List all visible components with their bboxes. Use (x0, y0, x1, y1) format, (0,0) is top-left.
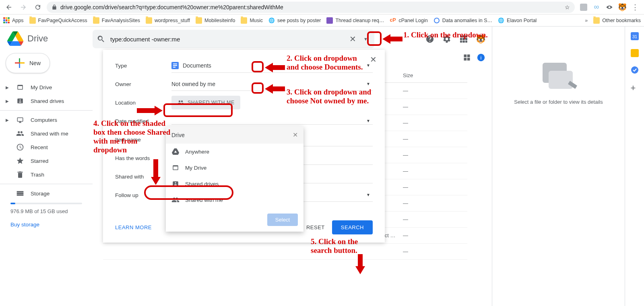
calendar-icon[interactable]: 31 (631, 32, 639, 40)
annotation-box (144, 185, 233, 200)
table-row[interactable]: — (103, 244, 467, 260)
nav-my-drive[interactable]: ▶My Drive (0, 80, 93, 94)
bookmark-item[interactable]: Data anomalies in S… (433, 17, 492, 24)
bookmark-item[interactable]: Mobilesiteinfo (196, 17, 235, 24)
bookmarks-bar: Apps FavPageQuickAccess FavAnalysisSites… (0, 14, 644, 27)
browser-menu-icon[interactable]: ⋮ (631, 3, 639, 11)
svg-marker-19 (151, 159, 161, 185)
people-icon (16, 129, 24, 138)
bookmark-item[interactable]: FavPageQuickAccess (29, 17, 87, 24)
plus-icon (15, 58, 25, 68)
drive-logo-icon (7, 31, 23, 46)
globe-icon: 🌐 (268, 17, 275, 24)
svg-rect-9 (631, 49, 639, 57)
folder-icon (593, 17, 600, 24)
trash-icon (16, 170, 24, 179)
nav-computers[interactable]: ▶Computers (0, 113, 93, 127)
bookmark-item[interactable]: Music (241, 17, 263, 24)
buy-storage-link[interactable]: Buy storage (0, 216, 93, 233)
nav-trash[interactable]: ▶Trash (0, 168, 93, 181)
learn-more-link[interactable]: LEARN MORE (115, 224, 152, 230)
search-box[interactable]: ✕ ▼ (93, 30, 374, 48)
annotation-arrow (150, 159, 162, 185)
add-icon[interactable]: + (631, 83, 639, 91)
search-input[interactable] (110, 36, 345, 43)
bookmark-item[interactable]: Thread cleanup req… (326, 17, 384, 24)
folder-icon (196, 17, 202, 24)
clear-search-icon[interactable]: ✕ (349, 34, 356, 44)
svg-marker-17 (265, 84, 285, 94)
bookmarks-overflow-icon[interactable]: » (585, 18, 588, 23)
location-dropdown-header: Drive ✕ (166, 126, 303, 144)
annotation-arrow (265, 83, 285, 95)
apps-grid-icon (3, 17, 10, 24)
bookmark-item[interactable]: 🌐see posts by poster (268, 17, 321, 24)
annotation-box (252, 61, 264, 72)
annotation-box (367, 31, 382, 46)
svg-rect-0 (580, 4, 587, 11)
annotation-arrow (265, 62, 285, 74)
nav-recent[interactable]: ▶Recent (0, 140, 93, 154)
ext-icon-2[interactable]: ∞ (592, 3, 601, 11)
annotation-text: 5. Click on the search button. (311, 237, 375, 255)
column-size[interactable]: Size (403, 72, 459, 78)
svg-rect-12 (173, 64, 177, 64)
nav-shared-drives[interactable]: ▶Shared drives (0, 94, 93, 108)
details-placeholder-icon (539, 59, 579, 91)
type-label: Type (115, 63, 163, 69)
bookmark-item[interactable]: FavAnalysisSites (93, 17, 140, 24)
storage-usage: 976.9 MB of 15 GB used (0, 207, 93, 216)
details-text: Select a file or folder to view its deta… (500, 99, 617, 105)
reload-button[interactable] (32, 2, 43, 13)
grid-view-icon[interactable] (463, 53, 471, 62)
tasks-icon[interactable] (631, 66, 639, 74)
info-icon[interactable]: i (477, 53, 485, 62)
svg-rect-6 (549, 71, 573, 89)
svg-point-10 (631, 66, 638, 74)
ext-icon-4[interactable]: 🐯 (618, 3, 626, 11)
back-button[interactable] (3, 2, 14, 13)
svg-marker-20 (355, 254, 365, 274)
nav-shared-with-me[interactable]: ▶Shared with me (0, 127, 93, 140)
google-icon (433, 17, 440, 24)
nav-storage[interactable]: ▶Storage (0, 187, 93, 200)
nav-starred[interactable]: ▶Starred (0, 154, 93, 168)
bookmark-item[interactable]: wordpress_stuff (146, 17, 190, 24)
svg-point-2 (434, 18, 439, 23)
annotation-arrow (137, 105, 163, 117)
chevron-down-icon: ▼ (366, 82, 370, 86)
bookmark-item[interactable]: 🌐Elavon Portal (498, 17, 537, 24)
url-text: drive.google.com/drive/search?q=type:doc… (60, 4, 283, 10)
docs-icon (171, 62, 179, 69)
chevron-down-icon: ▼ (366, 119, 370, 123)
search-button[interactable]: SEARCH (332, 220, 373, 234)
annotation-box (163, 103, 233, 117)
forward-button[interactable] (18, 2, 29, 13)
ext-icon-1[interactable] (580, 3, 588, 11)
svg-rect-13 (173, 65, 177, 66)
annotation-text: 1. Click on the dropdown. (403, 31, 488, 39)
reset-button[interactable]: RESET (299, 221, 332, 234)
star-icon[interactable]: ☆ (565, 4, 570, 10)
url-bar[interactable]: drive.google.com/drive/search?q=type:doc… (47, 2, 575, 13)
svg-marker-15 (382, 34, 402, 44)
annotation-text: 3. Click on dropdown and choose Not owne… (287, 88, 378, 105)
location-option-anywhere[interactable]: Anywhere (166, 144, 303, 160)
new-button[interactable]: New (6, 53, 50, 73)
select-location-button[interactable]: Select (267, 214, 298, 226)
bookmark-item[interactable]: cPcPanel Login (390, 17, 427, 24)
close-location-dropdown-icon[interactable]: ✕ (293, 131, 298, 139)
keep-icon[interactable] (631, 49, 639, 57)
annotation-text: 4. Click on the shaded box then choose S… (93, 119, 172, 154)
details-panel: Select a file or folder to view its deta… (492, 27, 625, 306)
location-option-mydrive[interactable]: My Drive (166, 160, 303, 176)
drive-icon (171, 164, 180, 172)
date-dropdown[interactable]: ▼ (171, 118, 373, 125)
svg-marker-18 (137, 106, 163, 115)
other-bookmarks[interactable]: Other bookmarks (593, 17, 641, 24)
apps-shortcut[interactable]: Apps (3, 17, 24, 24)
svg-rect-14 (173, 67, 175, 68)
shared-drives-icon (16, 97, 24, 105)
owner-label: Owner (115, 81, 163, 87)
ext-icon-3[interactable] (605, 3, 613, 11)
